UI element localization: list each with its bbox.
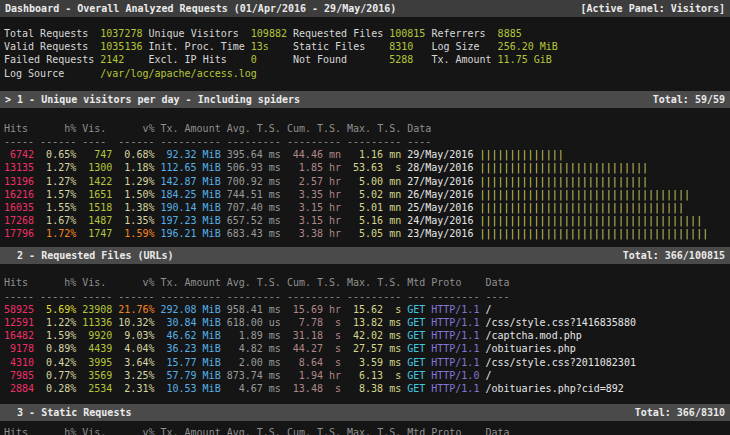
hits-cell: 2884 [4, 382, 34, 395]
rule: ------ [118, 135, 154, 148]
rule: --------- [227, 290, 281, 303]
date-cell: 26/May/2016 [407, 188, 473, 201]
visitors-cell: 23908 [82, 303, 112, 316]
tx-amount-unit: MiB [203, 161, 221, 174]
summary-label: Referrers [431, 27, 491, 40]
title-bar: Dashboard - Overall Analyzed Requests (0… [0, 0, 730, 17]
http-protocol-cell: HTTP/1.1 [431, 329, 479, 342]
col-max-ts: Max. T.S. [347, 122, 401, 135]
cum-ts-unit: hr [329, 188, 341, 201]
table-row[interactable]: 2884 0.28% 2534 2.31% 10.53 MiB 4.67 ms … [0, 382, 730, 395]
panel-header-unique-visitors[interactable]: > 1 - Unique visitors per day - Includin… [0, 91, 730, 108]
table-row[interactable]: 13196 1.27% 1422 1.29% 142.87 MiB 700.92… [0, 175, 730, 188]
table-row[interactable]: 12591 1.22% 11336 10.32% 30.84 MiB 618.0… [0, 316, 730, 329]
rule: ----- [82, 290, 112, 303]
table-row[interactable]: 17796 1.72% 1747 1.59% 196.21 MiB 683.43… [0, 227, 730, 240]
table-row[interactable]: 9178 0.89% 4439 4.04% 36.23 MiB 4.82 ms … [0, 342, 730, 355]
max-ts-unit: ms [389, 382, 401, 395]
panel-total: Total: 366/100815 [623, 247, 725, 264]
hits-percent-cell: 1.27% [40, 161, 76, 174]
summary-value: 13s [251, 40, 287, 53]
date-cell: 24/May/2016 [407, 214, 473, 227]
visitors-percent-cell: 1.50% [118, 188, 154, 201]
max-ts-value: 42.02 [347, 329, 383, 342]
avg-ts-unit: us [269, 316, 281, 329]
table-row[interactable]: 6742 0.65% 747 0.68% 92.32 MiB 395.64 ms… [0, 148, 730, 161]
table-row[interactable]: 16216 1.57% 1651 1.50% 184.25 MiB 744.51… [0, 188, 730, 201]
avg-ts-value: 744.51 [227, 188, 263, 201]
panel-header-requested-files[interactable]: 2 - Requested Files (URLs) Total: 366/10… [0, 247, 730, 264]
visitors-percent-cell: 3.25% [118, 369, 154, 382]
panel-indent [5, 407, 17, 418]
avg-ts-unit: ms [269, 382, 281, 395]
max-ts-unit: s [389, 369, 401, 382]
goaccess-dashboard: Dashboard - Overall Analyzed Requests (0… [0, 0, 730, 435]
hits-percent-cell: 1.57% [40, 188, 76, 201]
table-row[interactable]: 17268 1.67% 1487 1.35% 197.23 MiB 657.52… [0, 214, 730, 227]
unique-visitors-rows: 6742 0.65% 747 0.68% 92.32 MiB 395.64 ms… [0, 148, 730, 240]
visitors-cell: 1422 [82, 175, 112, 188]
max-ts-value: 1.16 [347, 148, 383, 161]
summary-label: Excl. IP Hits [148, 53, 244, 66]
avg-ts-unit: ms [269, 369, 281, 382]
tx-amount-value: 196.21 [160, 227, 196, 240]
rule: ----- [4, 290, 34, 303]
hits-percent-cell: 1.27% [40, 175, 76, 188]
cum-ts-value: 3.35 [287, 188, 323, 201]
cum-ts-unit: hr [329, 369, 341, 382]
summary-label: Log Size [431, 40, 491, 53]
avg-ts-value: 395.64 [227, 148, 263, 161]
summary-value: 256.20 MiB [498, 40, 558, 53]
date-cell: 29/May/2016 [407, 148, 473, 161]
table-row[interactable]: 7985 0.77% 3569 3.25% 57.79 MiB 873.74 m… [0, 369, 730, 382]
hits-percent-cell: 1.55% [40, 201, 76, 214]
table-header-rule: ----- ------ ----- ------ ---------- ---… [0, 290, 730, 303]
tx-amount-value: 112.65 [160, 161, 196, 174]
max-ts-value: 53.63 [347, 161, 383, 174]
col-tx-amount: Tx. Amount [160, 122, 220, 135]
table-row[interactable]: 16482 1.59% 9920 9.03% 46.62 MiB 1.89 ms… [0, 329, 730, 342]
hits-percent-cell: 5.69% [40, 303, 76, 316]
tx-amount-unit: MiB [203, 329, 221, 342]
hits-cell: 16482 [4, 329, 34, 342]
rule: ---- [82, 135, 112, 148]
cum-ts-value: 44.46 [287, 148, 323, 161]
tx-amount-unit: MiB [203, 316, 221, 329]
requested-files-table: Hits h% Vis. v% Tx. Amount Avg. T.S. Cum… [0, 276, 730, 395]
avg-ts-value: 657.52 [227, 214, 263, 227]
cum-ts-unit: hr [329, 175, 341, 188]
request-url-cell: /css/style.css?2011082301 [485, 356, 636, 369]
request-url-cell: / [485, 369, 491, 382]
hits-cell: 16035 [4, 201, 34, 214]
hits-cell: 17796 [4, 227, 34, 240]
rule: ---------- [160, 290, 220, 303]
col-method: Mtd [407, 426, 425, 435]
max-ts-unit: ms [389, 342, 401, 355]
max-ts-unit: mn [389, 148, 401, 161]
summary-value: /var/log/apache/access.log [100, 67, 257, 80]
request-url-cell: /captcha.mod.php [485, 329, 581, 342]
cum-ts-unit: s [329, 382, 341, 395]
table-row[interactable]: 58925 5.69% 23908 21.76% 292.08 MiB 958.… [0, 303, 730, 316]
panel-title: > 1 - Unique visitors per day - Includin… [5, 91, 300, 108]
date-cell: 23/May/2016 [407, 227, 473, 240]
hits-percent-cell: 0.28% [40, 382, 76, 395]
tx-amount-value: 92.32 [160, 148, 196, 161]
summary-row: Log Source /var/log/apache/access.log [0, 67, 730, 80]
hits-cell: 13196 [4, 175, 34, 188]
tx-amount-unit: MiB [203, 214, 221, 227]
panel-title: 2 - Requested Files (URLs) [5, 247, 174, 264]
table-row[interactable]: 16035 1.55% 1518 1.38% 190.14 MiB 707.40… [0, 201, 730, 214]
panel-header-static-requests[interactable]: 3 - Static Requests Total: 366/8310 [0, 404, 730, 421]
tx-amount-value: 184.25 [160, 188, 196, 201]
summary-label: Init. Proc. Time [148, 40, 244, 53]
table-row[interactable]: 13135 1.27% 1300 1.18% 112.65 MiB 506.93… [0, 161, 730, 174]
table-row[interactable]: 4310 0.42% 3995 3.64% 15.77 MiB 2.00 ms … [0, 356, 730, 369]
visitors-cell: 747 [82, 148, 112, 161]
max-ts-unit: s [389, 303, 401, 316]
col-data: Data [485, 426, 509, 435]
cum-ts-unit: s [329, 316, 341, 329]
rule: ------ [118, 290, 154, 303]
summary-value: 100815 [389, 27, 425, 40]
cum-ts-value: 15.69 [287, 303, 323, 316]
